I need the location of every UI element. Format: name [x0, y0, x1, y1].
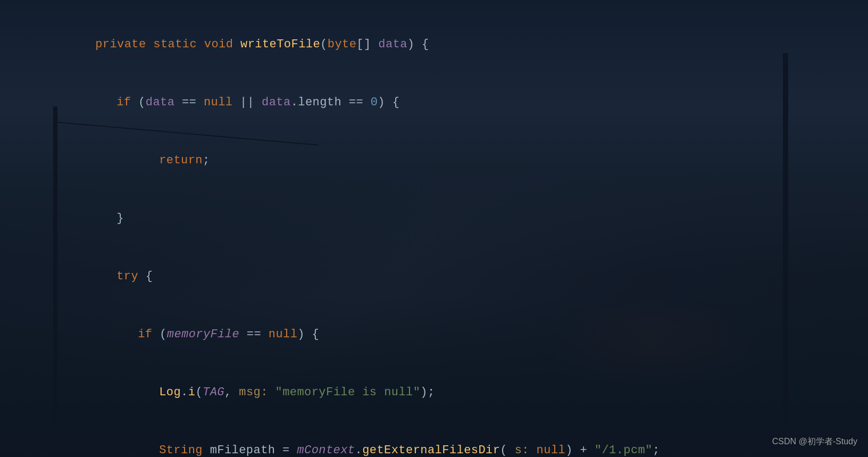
- kw-null2: null: [269, 328, 298, 341]
- code-line-2: if (data == null || data.length == 0) {: [0, 74, 868, 132]
- kw-static: static: [153, 38, 204, 51]
- kw-byte: byte: [328, 38, 357, 51]
- str-memoryFileIsNull: "memoryFile is null": [276, 386, 421, 399]
- var-mFilepath: mFilepath: [210, 444, 282, 457]
- fn-log-i: i: [188, 386, 196, 399]
- punc: ,: [224, 386, 239, 399]
- punc: ) +: [565, 444, 595, 457]
- var-mContext: mContext: [297, 444, 355, 457]
- kw-null3: null: [537, 444, 566, 457]
- code-line-1: private static void writeToFile(byte[] d…: [0, 16, 868, 74]
- code-text: private static void writeToFile(byte[] d…: [37, 16, 857, 74]
- punc: (: [195, 386, 203, 399]
- code-text: }: [37, 190, 857, 248]
- code-line-8: String mFilepath = mContext.getExternalF…: [0, 421, 868, 457]
- code-container: private static void writeToFile(byte[] d…: [0, 11, 868, 446]
- kw-try: try: [116, 270, 146, 283]
- kw-return: return: [159, 154, 203, 167]
- var-data3: data: [262, 96, 291, 109]
- watermark-text: CSDN @初学者-Study: [772, 437, 857, 446]
- punc: .length ==: [291, 96, 371, 109]
- punc: []: [356, 38, 378, 51]
- punc: );: [420, 386, 435, 399]
- punc: ) {: [378, 96, 399, 109]
- punc: .: [355, 444, 363, 457]
- punc: (: [500, 444, 514, 457]
- fn-getExternalFilesDir: getExternalFilesDir: [362, 444, 500, 457]
- code-line-3: return;: [0, 132, 868, 190]
- punc: ==: [174, 96, 204, 109]
- punc: =: [282, 444, 297, 457]
- fn-writeToFile: writeToFile: [240, 38, 320, 51]
- var-data: data: [378, 38, 407, 51]
- watermark: CSDN @初学者-Study: [772, 436, 857, 447]
- kw-string: String: [159, 444, 210, 457]
- punc: ) {: [297, 328, 319, 341]
- num-0: 0: [371, 96, 378, 109]
- code-line-7: Log.i(TAG, msg: "memoryFile is null");: [0, 363, 868, 421]
- punc: (: [160, 328, 167, 341]
- punc: .: [181, 386, 188, 399]
- code-line-6: if (memoryFile == null) {: [0, 305, 868, 363]
- punc: }: [116, 212, 124, 225]
- punc: (: [138, 96, 146, 109]
- kw-private: private: [95, 38, 153, 51]
- param-s: s:: [515, 444, 537, 457]
- punc: ||: [240, 96, 262, 109]
- punc: {: [146, 270, 153, 283]
- kw-if: if: [116, 96, 138, 109]
- var-memoryFile: memoryFile: [167, 328, 239, 341]
- kw-void: void: [204, 38, 240, 51]
- kw-null: null: [204, 96, 240, 109]
- str-path: "/1.pcm": [595, 444, 653, 457]
- code-text: Log.i(TAG, msg: "memoryFile is null");: [37, 363, 857, 421]
- code-text: if (data == null || data.length == 0) {: [37, 74, 857, 132]
- punc: ) {: [407, 38, 429, 51]
- param-msg: msg:: [239, 386, 275, 399]
- code-line-5: try {: [0, 248, 868, 306]
- code-text: if (memoryFile == null) {: [37, 305, 857, 363]
- code-text: try {: [37, 248, 857, 306]
- punc: (: [320, 38, 328, 51]
- code-text: String mFilepath = mContext.getExternalF…: [37, 421, 857, 457]
- punc: ==: [239, 328, 269, 341]
- code-text: return;: [37, 132, 857, 190]
- kw-if2: if: [138, 328, 160, 341]
- var-data2: data: [146, 96, 175, 109]
- code-panel: private static void writeToFile(byte[] d…: [0, 0, 868, 457]
- punc: ;: [203, 154, 210, 167]
- code-line-4: }: [0, 190, 868, 248]
- punc: ;: [653, 444, 660, 457]
- class-log: Log: [159, 386, 181, 399]
- var-TAG: TAG: [203, 386, 224, 399]
